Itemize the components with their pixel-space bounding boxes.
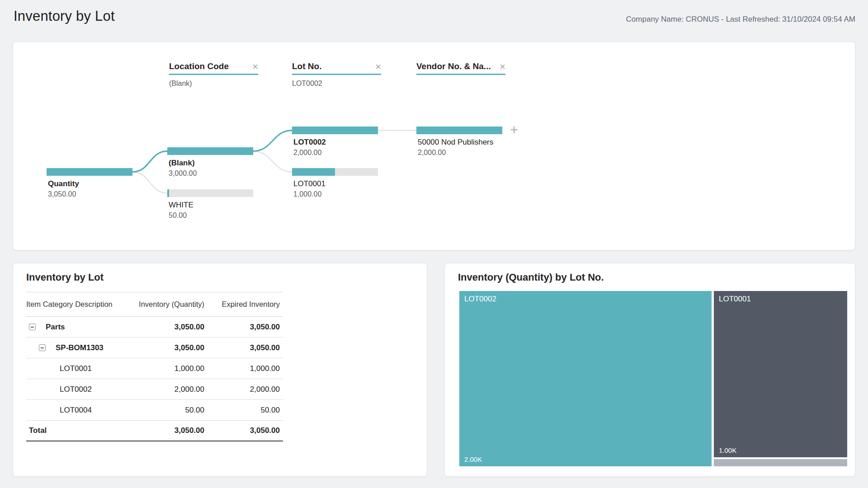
row-expired: 3,050.00 xyxy=(208,343,283,352)
tree-node-blank-location[interactable]: (Blank) 3,000.00 xyxy=(167,147,253,178)
block-value: 2.00K xyxy=(464,455,482,463)
close-icon[interactable]: × xyxy=(500,62,505,71)
node-bar xyxy=(292,127,378,134)
row-label: SP-BOM1303 xyxy=(56,343,104,352)
node-label: WHITE xyxy=(167,201,253,210)
filter-lot-no: Lot No. × LOT0002 xyxy=(292,61,381,88)
filter-location-code: Location Code × (Blank) xyxy=(169,61,258,88)
row-quantity: 1,000.00 xyxy=(135,364,208,373)
node-bar xyxy=(416,127,502,134)
row-expired: 1,000.00 xyxy=(208,364,283,373)
close-icon[interactable]: × xyxy=(375,62,381,71)
page-title: Inventory by Lot xyxy=(14,8,115,24)
decomposition-tree-card: Location Code × (Blank) Lot No. × LOT000… xyxy=(13,42,855,250)
node-value: 1,000.00 xyxy=(292,190,378,198)
treemap-block-lot0004[interactable] xyxy=(714,459,847,466)
treemap-block-lot0001[interactable]: LOT0001 1.00K xyxy=(714,291,847,457)
filter-label: Lot No. xyxy=(292,61,321,71)
filter-selected-value xyxy=(416,80,505,88)
title-divider xyxy=(26,286,283,292)
tree-node-lot0001[interactable]: LOT0001 1,000.00 xyxy=(292,168,378,198)
block-label: LOT0001 xyxy=(719,295,751,304)
table-row: SP-BOM1303 3,050.00 3,050.00 xyxy=(26,338,283,358)
collapse-icon[interactable] xyxy=(39,344,46,351)
node-value: 3,050.00 xyxy=(47,190,132,198)
row-label: Total xyxy=(29,426,47,435)
table-row: LOT0004 50.00 50.00 xyxy=(26,400,283,421)
table-row: LOT0001 1,000.00 1,000.00 xyxy=(26,358,283,379)
node-value: 2,000.00 xyxy=(416,149,502,157)
node-value: 3,000.00 xyxy=(167,169,253,178)
node-bar xyxy=(47,168,132,176)
treemap-title: Inventory (Quantity) by Lot No. xyxy=(458,272,604,283)
node-value: 50.00 xyxy=(167,211,253,220)
expand-level-plus-icon[interactable]: + xyxy=(507,123,521,137)
tree-node-quantity[interactable]: Quantity 3,050.00 xyxy=(47,168,132,198)
column-header: Item Category Description xyxy=(26,300,135,309)
filter-label: Vendor No. & Na... xyxy=(416,61,491,71)
row-label: LOT0004 xyxy=(60,406,92,415)
node-bar xyxy=(292,168,378,176)
node-label: 50000 Nod Publishers xyxy=(416,138,502,147)
row-expired: 50.00 xyxy=(208,406,283,415)
row-expired: 3,050.00 xyxy=(208,323,283,332)
node-value: 2,000.00 xyxy=(292,149,378,157)
block-label: LOT0002 xyxy=(464,295,496,304)
tree-node-vendor[interactable]: 50000 Nod Publishers 2,000.00 xyxy=(416,127,502,157)
row-expired: 2,000.00 xyxy=(208,385,283,394)
node-bar xyxy=(167,189,253,197)
row-quantity: 3,050.00 xyxy=(135,343,208,352)
block-value: 1.00K xyxy=(719,446,736,454)
table-total-row: Total 3,050.00 3,050.00 xyxy=(26,421,283,441)
table-header-row: Item Category Description Inventory (Qua… xyxy=(26,292,283,317)
tree-node-lot0002[interactable]: LOT0002 2,000.00 xyxy=(292,127,378,157)
treemap-block-lot0002[interactable]: LOT0002 2.00K xyxy=(459,291,712,466)
row-quantity: 2,000.00 xyxy=(135,385,208,394)
row-label: Parts xyxy=(46,323,65,332)
node-label: LOT0001 xyxy=(292,179,378,188)
row-quantity: 3,050.00 xyxy=(135,426,208,435)
row-expired: 3,050.00 xyxy=(208,426,283,435)
node-label: Quantity xyxy=(47,179,132,188)
filter-label: Location Code xyxy=(169,61,229,71)
company-refresh-meta: Company Name: CRONUS - Last Refreshed: 3… xyxy=(626,15,855,24)
table-row: LOT0002 2,000.00 2,000.00 xyxy=(26,379,283,400)
inventory-table-card: Inventory by Lot Item Category Descripti… xyxy=(13,263,427,477)
inventory-table: Item Category Description Inventory (Qua… xyxy=(26,286,283,441)
table-row: Parts 3,050.00 3,050.00 xyxy=(26,317,283,338)
table-title: Inventory by Lot xyxy=(26,272,104,283)
column-header: Inventory (Quantity) xyxy=(135,300,208,309)
close-icon[interactable]: × xyxy=(252,62,258,71)
filter-selected-value: (Blank) xyxy=(169,80,258,88)
node-label: (Blank) xyxy=(167,159,253,168)
tree-node-white-location[interactable]: WHITE 50.00 xyxy=(167,189,253,220)
column-header: Expired Inventory xyxy=(208,300,283,309)
treemap-chart: LOT0002 2.00K LOT0001 1.00K xyxy=(459,291,847,466)
treemap-card: Inventory (Quantity) by Lot No. LOT0002 … xyxy=(444,263,855,477)
row-quantity: 50.00 xyxy=(135,406,208,415)
filter-selected-value: LOT0002 xyxy=(292,80,381,88)
row-quantity: 3,050.00 xyxy=(135,323,208,332)
row-label: LOT0001 xyxy=(60,364,92,373)
node-label: LOT0002 xyxy=(292,138,378,147)
collapse-icon[interactable] xyxy=(29,324,36,330)
row-label: LOT0002 xyxy=(60,385,92,394)
filter-vendor: Vendor No. & Na... × xyxy=(416,61,505,88)
node-bar xyxy=(167,147,253,155)
